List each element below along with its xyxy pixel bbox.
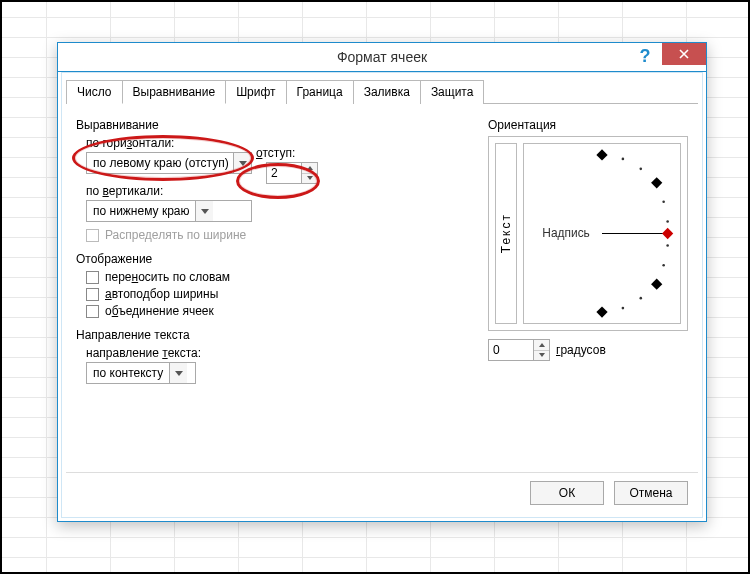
svg-point-10 <box>622 307 625 310</box>
horizontal-combo-value: по левому краю (отступ) <box>87 153 233 173</box>
svg-rect-17 <box>662 228 673 239</box>
text-direction-group-label: Направление текста <box>76 328 466 342</box>
indent-spinner[interactable] <box>266 162 318 184</box>
svg-point-1 <box>622 158 625 161</box>
dialog-body: Число Выравнивание Шрифт Граница Заливка… <box>61 72 703 518</box>
svg-point-6 <box>666 244 669 247</box>
close-icon <box>679 49 689 59</box>
tab-font[interactable]: Шрифт <box>225 80 286 104</box>
svg-point-9 <box>639 297 642 300</box>
checkbox-icon <box>86 229 99 242</box>
checkbox-icon <box>86 288 99 301</box>
degrees-spinner[interactable] <box>488 339 550 361</box>
tab-alignment[interactable]: Выравнивание <box>122 80 227 104</box>
svg-point-5 <box>666 220 669 223</box>
vertical-combo[interactable]: по нижнему краю <box>86 200 252 222</box>
merge-cells-checkbox[interactable]: объединение ячеек <box>86 304 466 318</box>
window-title: Формат ячеек <box>337 49 427 65</box>
orientation-dial-svg: Надпись <box>524 144 680 323</box>
text-direction-combo-value: по контексту <box>87 363 169 383</box>
wrap-text-label: переносить по словам <box>105 270 230 284</box>
text-direction-combo[interactable]: по контексту <box>86 362 196 384</box>
dialog-footer: ОК Отмена <box>66 472 698 513</box>
svg-point-4 <box>662 200 665 203</box>
horizontal-combo[interactable]: по левому краю (отступ) <box>86 152 252 174</box>
close-button[interactable] <box>662 43 706 65</box>
degrees-input[interactable] <box>489 340 533 360</box>
indent-input[interactable] <box>267 163 301 183</box>
svg-rect-13 <box>651 177 662 188</box>
shrink-to-fit-label: автоподбор ширины <box>105 287 218 301</box>
tab-border[interactable]: Граница <box>286 80 354 104</box>
spinner-up-icon[interactable] <box>302 163 317 174</box>
spinner-down-icon[interactable] <box>302 174 317 184</box>
help-button[interactable]: ? <box>628 43 662 73</box>
text-direction-label: направление текста: <box>86 346 466 360</box>
orientation-group-label: Ориентация <box>488 118 688 132</box>
display-group-label: Отображение <box>76 252 466 266</box>
indent-block: отступ: <box>256 146 318 184</box>
tab-content: Выравнивание по горизонтали: по левому к… <box>66 104 698 472</box>
orientation-vertical-text: Текст <box>499 213 513 253</box>
vertical-label: по вертикали: <box>86 184 466 198</box>
orientation-vertical-text-button[interactable]: Текст <box>495 143 517 324</box>
spinner-down-icon[interactable] <box>534 351 549 361</box>
orientation-dial-label: Надпись <box>542 226 589 240</box>
dropdown-icon[interactable] <box>169 363 187 383</box>
orientation-dial[interactable]: Надпись <box>523 143 681 324</box>
degrees-row: градусов <box>488 339 688 361</box>
tab-number[interactable]: Число <box>66 80 123 104</box>
svg-rect-15 <box>596 306 607 317</box>
tab-protection[interactable]: Защита <box>420 80 485 104</box>
ok-button[interactable]: ОК <box>530 481 604 505</box>
justify-distributed-label: Распределять по ширине <box>105 228 246 242</box>
format-cells-dialog: Формат ячеек ? Число Выравнивание Шрифт … <box>57 42 707 522</box>
shrink-to-fit-checkbox[interactable]: автоподбор ширины <box>86 287 466 301</box>
spinner-up-icon[interactable] <box>534 340 549 351</box>
merge-cells-label: объединение ячеек <box>105 304 214 318</box>
wrap-text-checkbox[interactable]: переносить по словам <box>86 270 466 284</box>
svg-point-7 <box>662 264 665 267</box>
svg-rect-14 <box>651 279 662 290</box>
checkbox-icon <box>86 271 99 284</box>
svg-point-2 <box>639 168 642 171</box>
tabstrip: Число Выравнивание Шрифт Граница Заливка… <box>66 79 698 104</box>
titlebar: Формат ячеек ? <box>58 43 706 72</box>
cancel-button[interactable]: Отмена <box>614 481 688 505</box>
checkbox-icon <box>86 305 99 318</box>
vertical-combo-value: по нижнему краю <box>87 201 195 221</box>
dropdown-icon[interactable] <box>195 201 213 221</box>
dropdown-icon[interactable] <box>233 153 251 173</box>
svg-rect-12 <box>596 149 607 160</box>
indent-label: отступ: <box>256 146 318 160</box>
tab-fill[interactable]: Заливка <box>353 80 421 104</box>
justify-distributed-checkbox: Распределять по ширине <box>86 228 466 242</box>
degrees-label: градусов <box>556 343 606 357</box>
alignment-group-label: Выравнивание <box>76 118 466 132</box>
orientation-panel: Текст <box>488 136 688 331</box>
